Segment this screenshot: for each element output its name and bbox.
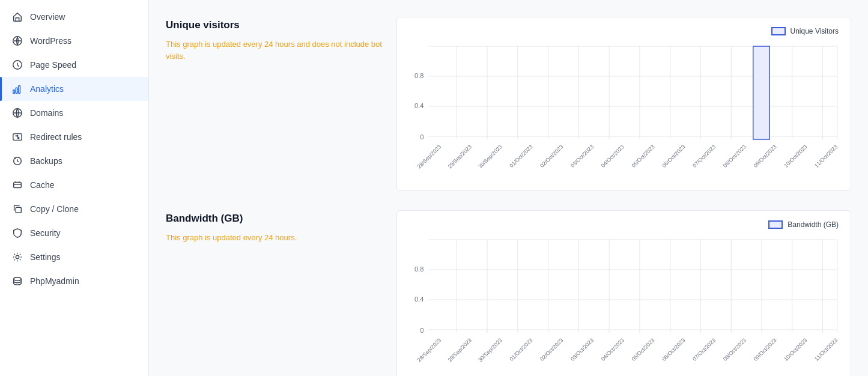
svg-text:07/Oct/2023: 07/Oct/2023 (691, 337, 717, 362)
svg-text:05/Oct/2023: 05/Oct/2023 (630, 144, 655, 169)
svg-text:02/Oct/2023: 02/Oct/2023 (539, 337, 564, 362)
sidebar-item-copy-clone[interactable]: Copy / Clone (0, 197, 148, 221)
svg-text:06/Oct/2023: 06/Oct/2023 (661, 337, 686, 362)
sidebar-item-overview[interactable]: Overview (0, 5, 148, 29)
svg-text:29/Sep/2023: 29/Sep/2023 (446, 144, 473, 169)
copy-icon (12, 204, 23, 214)
svg-text:10/Oct/2023: 10/Oct/2023 (783, 144, 808, 169)
svg-rect-4 (19, 86, 20, 94)
svg-text:05/Oct/2023: 05/Oct/2023 (630, 337, 655, 362)
svg-text:01/Oct/2023: 01/Oct/2023 (508, 144, 533, 169)
sidebar-label-domains: Domains (30, 108, 63, 118)
sidebar-item-wordpress[interactable]: WordPress (0, 29, 148, 53)
cache-icon (12, 180, 23, 190)
sidebar-label-analytics: Analytics (30, 84, 64, 94)
sidebar-item-redirect[interactable]: Redirect rules (0, 125, 148, 149)
svg-text:11/Oct/2023: 11/Oct/2023 (813, 337, 839, 362)
unique-visitors-svg-wrapper: 0 0.4 0.8 (404, 40, 843, 181)
svg-text:0: 0 (420, 327, 423, 334)
svg-text:09/Oct/2023: 09/Oct/2023 (753, 337, 778, 362)
legend-label-bandwidth: Bandwidth (GB) (788, 220, 839, 229)
bandwidth-svg-wrapper: 0 0.4 0.8 (404, 234, 843, 374)
pagespeed-icon (12, 59, 23, 70)
svg-text:28/Sep/2023: 28/Sep/2023 (416, 144, 443, 169)
sidebar-label-wordpress: WordPress (30, 36, 71, 46)
security-icon (12, 228, 23, 238)
sidebar-label-phpmyadmin: PhpMyadmin (30, 276, 79, 286)
sidebar-item-phpmyadmin[interactable]: PhpMyadmin (0, 269, 148, 293)
sidebar-item-backups[interactable]: Backups (0, 149, 148, 173)
svg-text:30/Sep/2023: 30/Sep/2023 (477, 144, 503, 169)
legend-box-visitors (771, 27, 786, 35)
svg-point-10 (16, 255, 19, 258)
unique-visitors-info: Unique visitors This graph is updated ev… (166, 17, 382, 62)
svg-text:08/Oct/2023: 08/Oct/2023 (722, 337, 747, 362)
svg-rect-3 (16, 88, 17, 93)
svg-text:29/Sep/2023: 29/Sep/2023 (446, 337, 473, 363)
home-icon (12, 11, 23, 22)
svg-text:11/Oct/2023: 11/Oct/2023 (813, 144, 839, 169)
bandwidth-chart: Bandwidth (GB) 0 0.4 0.8 (396, 210, 851, 376)
svg-rect-9 (16, 207, 21, 213)
sidebar-label-redirect: Redirect rules (30, 132, 82, 142)
sidebar-label-settings: Settings (30, 252, 61, 262)
unique-visitors-legend: Unique Visitors (404, 27, 843, 35)
svg-text:0.4: 0.4 (414, 102, 424, 109)
svg-text:03/Oct/2023: 03/Oct/2023 (569, 337, 595, 362)
svg-rect-33 (753, 46, 769, 139)
svg-text:08/Oct/2023: 08/Oct/2023 (722, 144, 747, 169)
sidebar-item-security[interactable]: Security (0, 221, 148, 245)
sidebar-item-domains[interactable]: Domains (0, 101, 148, 125)
unique-visitors-title: Unique visitors (166, 19, 382, 31)
sidebar-item-settings[interactable]: Settings (0, 245, 148, 269)
redirect-icon (12, 132, 23, 142)
svg-text:03/Oct/2023: 03/Oct/2023 (569, 144, 595, 169)
svg-text:02/Oct/2023: 02/Oct/2023 (539, 144, 564, 169)
sidebar: Overview WordPress Page Speed (0, 0, 149, 376)
bandwidth-info: Bandwidth (GB) This graph is updated eve… (166, 210, 382, 244)
legend-label-visitors: Unique Visitors (791, 27, 839, 35)
svg-point-11 (14, 277, 22, 280)
settings-icon (12, 252, 23, 262)
bandwidth-title: Bandwidth (GB) (166, 213, 382, 225)
legend-box-bandwidth (768, 220, 783, 229)
db-icon (12, 276, 23, 287)
domains-icon (12, 108, 23, 118)
analytics-icon (12, 83, 23, 94)
sidebar-label-security: Security (30, 228, 61, 238)
svg-text:0.8: 0.8 (414, 72, 424, 79)
svg-text:04/Oct/2023: 04/Oct/2023 (600, 144, 625, 169)
unique-visitors-section: Unique visitors This graph is updated ev… (166, 17, 851, 191)
svg-text:0.8: 0.8 (414, 265, 424, 273)
svg-text:0: 0 (420, 133, 423, 141)
svg-text:30/Sep/2023: 30/Sep/2023 (477, 337, 503, 363)
svg-text:0.4: 0.4 (414, 296, 424, 303)
unique-visitors-desc: This graph is updated every 24 hours and… (166, 38, 382, 62)
sidebar-item-cache[interactable]: Cache (0, 173, 148, 197)
svg-text:04/Oct/2023: 04/Oct/2023 (600, 337, 625, 362)
backups-icon (12, 156, 23, 166)
sidebar-item-analytics[interactable]: Analytics (0, 77, 148, 101)
svg-rect-8 (14, 183, 22, 188)
sidebar-label-backups: Backups (30, 156, 62, 166)
svg-text:10/Oct/2023: 10/Oct/2023 (783, 337, 808, 362)
bandwidth-section: Bandwidth (GB) This graph is updated eve… (166, 210, 851, 376)
sidebar-label-copy-clone: Copy / Clone (30, 204, 79, 214)
main-content: Unique visitors This graph is updated ev… (149, 0, 868, 376)
svg-text:07/Oct/2023: 07/Oct/2023 (691, 144, 717, 169)
bandwidth-legend: Bandwidth (GB) (404, 220, 843, 229)
svg-text:06/Oct/2023: 06/Oct/2023 (661, 144, 686, 169)
unique-visitors-chart: Unique Visitors 0 0.4 0.8 (396, 17, 851, 191)
sidebar-label-overview: Overview (30, 12, 65, 22)
svg-text:01/Oct/2023: 01/Oct/2023 (508, 337, 533, 362)
svg-rect-2 (13, 90, 15, 93)
sidebar-label-cache: Cache (30, 180, 54, 190)
sidebar-item-pagespeed[interactable]: Page Speed (0, 53, 148, 77)
svg-text:28/Sep/2023: 28/Sep/2023 (416, 337, 443, 363)
sidebar-label-pagespeed: Page Speed (30, 60, 76, 70)
bandwidth-desc: This graph is updated every 24 hours. (166, 232, 382, 244)
svg-text:09/Oct/2023: 09/Oct/2023 (753, 144, 778, 169)
wordpress-icon (12, 35, 23, 46)
